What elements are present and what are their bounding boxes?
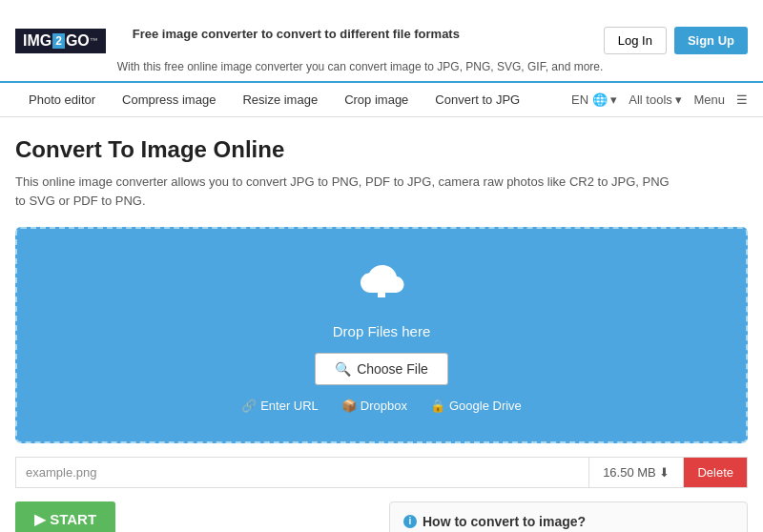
upload-cloud-icon bbox=[36, 257, 727, 316]
google-drive-link[interactable]: 🔒 Google Drive bbox=[430, 399, 522, 413]
nav-photo-editor[interactable]: Photo editor bbox=[15, 83, 109, 116]
nav-lang[interactable]: EN 🌐 ▾ bbox=[571, 92, 617, 107]
header: IMG 2 GO ™ Free image converter to conve… bbox=[0, 0, 763, 83]
file-row: example.png 16.50 MB ⬇ Delete bbox=[15, 457, 748, 488]
logo-area: IMG 2 GO ™ Free image converter to conve… bbox=[15, 8, 603, 73]
nav-left: Photo editor Compress image Resize image… bbox=[15, 83, 533, 116]
logo: IMG 2 GO ™ bbox=[15, 29, 106, 53]
choose-file-button[interactable]: 🔍 Choose File bbox=[315, 353, 448, 385]
login-button[interactable]: Log In bbox=[604, 27, 667, 54]
page-title: Convert To Image Online bbox=[15, 136, 748, 163]
dropbox-link[interactable]: 📦 Dropbox bbox=[341, 399, 407, 413]
page-description: This online image converter allows you t… bbox=[15, 173, 683, 210]
drop-links: 🔗 Enter URL 📦 Dropbox 🔒 Google Drive bbox=[36, 399, 727, 413]
columns: ▶ START ⚙ Settings Target format: PNG JP… bbox=[15, 501, 748, 532]
file-name: example.png bbox=[16, 458, 589, 487]
left-column: ▶ START ⚙ Settings Target format: PNG JP… bbox=[15, 501, 374, 532]
howto-info-icon: i bbox=[403, 515, 417, 528]
nav-menu[interactable]: Menu bbox=[693, 92, 725, 107]
file-size: 16.50 MB ⬇ bbox=[589, 458, 684, 487]
right-column: i How to convert to image? 1. Upload the… bbox=[389, 501, 748, 532]
logo-go: GO bbox=[66, 32, 90, 50]
search-icon: 🔍 bbox=[335, 361, 351, 377]
start-button[interactable]: ▶ START bbox=[15, 501, 115, 532]
howto-box: i How to convert to image? 1. Upload the… bbox=[389, 501, 748, 532]
download-icon: ⬇ bbox=[659, 465, 670, 480]
enter-url-link[interactable]: 🔗 Enter URL bbox=[241, 399, 319, 413]
nav-resize-image[interactable]: Resize image bbox=[229, 83, 331, 116]
nav-convert-jpg[interactable]: Convert to JPG bbox=[422, 83, 533, 116]
drop-text: Drop Files here bbox=[36, 323, 727, 339]
logo-tagline-main: Free image converter to convert to diffe… bbox=[117, 8, 604, 60]
delete-button[interactable]: Delete bbox=[684, 458, 747, 487]
logo-img: IMG bbox=[23, 32, 52, 50]
main-content: Convert To Image Online This online imag… bbox=[0, 117, 763, 532]
header-buttons: Log In Sign Up bbox=[604, 27, 748, 54]
link-icon: 🔗 bbox=[241, 399, 257, 413]
google-drive-icon: 🔒 bbox=[430, 399, 445, 413]
logo-tagline-sub: With this free online image converter yo… bbox=[117, 60, 604, 73]
nav-crop-image[interactable]: Crop image bbox=[331, 83, 422, 116]
nav: Photo editor Compress image Resize image… bbox=[0, 83, 763, 117]
signup-button[interactable]: Sign Up bbox=[674, 27, 748, 54]
nav-compress-image[interactable]: Compress image bbox=[109, 83, 229, 116]
logo-2: 2 bbox=[52, 33, 65, 49]
howto-title: i How to convert to image? bbox=[403, 514, 733, 529]
drop-zone[interactable]: Drop Files here 🔍 Choose File 🔗 Enter UR… bbox=[15, 227, 748, 443]
nav-all-tools[interactable]: All tools ▾ bbox=[629, 92, 682, 107]
dropbox-icon: 📦 bbox=[341, 399, 357, 413]
logo-tagline: Free image converter to convert to diffe… bbox=[117, 8, 604, 73]
nav-right: EN 🌐 ▾ All tools ▾ Menu ☰ bbox=[571, 92, 748, 107]
nav-menu-icon: ☰ bbox=[736, 92, 748, 107]
